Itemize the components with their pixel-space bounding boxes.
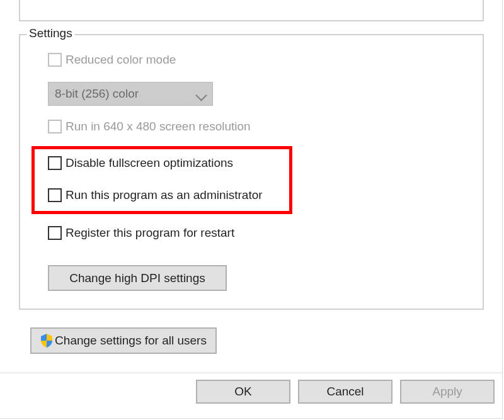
reduced-color-checkbox bbox=[48, 53, 62, 67]
disable-fullscreen-label: Disable fullscreen optimizations bbox=[66, 156, 233, 170]
compatibility-mode-group bbox=[19, 0, 484, 21]
low-res-row: Run in 640 x 480 screen resolution bbox=[48, 120, 251, 133]
dialog-button-bar: OK Cancel Apply bbox=[0, 372, 502, 410]
ok-label: OK bbox=[234, 385, 251, 399]
change-all-users-button[interactable]: Change settings for all users bbox=[30, 327, 217, 354]
ok-button[interactable]: OK bbox=[196, 380, 290, 404]
shield-icon bbox=[40, 334, 53, 348]
change-dpi-label: Change high DPI settings bbox=[69, 271, 205, 285]
cancel-button[interactable]: Cancel bbox=[298, 380, 392, 404]
run-as-admin-checkbox[interactable] bbox=[48, 188, 62, 202]
run-as-admin-label: Run this program as an administrator bbox=[66, 188, 263, 202]
disable-fullscreen-checkbox[interactable] bbox=[48, 156, 62, 170]
register-restart-checkbox[interactable] bbox=[48, 226, 62, 240]
change-dpi-button[interactable]: Change high DPI settings bbox=[48, 265, 227, 291]
properties-dialog: Settings Reduced color mode 8-bit (256) … bbox=[0, 0, 503, 419]
disable-fullscreen-row[interactable]: Disable fullscreen optimizations bbox=[48, 156, 233, 170]
apply-label: Apply bbox=[432, 385, 462, 399]
color-depth-dropdown: 8-bit (256) color bbox=[48, 82, 213, 106]
reduced-color-row: Reduced color mode bbox=[48, 53, 176, 67]
reduced-color-label: Reduced color mode bbox=[66, 53, 176, 67]
settings-legend: Settings bbox=[26, 26, 75, 40]
color-depth-value: 8-bit (256) color bbox=[55, 87, 139, 101]
register-restart-row[interactable]: Register this program for restart bbox=[48, 226, 234, 240]
change-all-users-label: Change settings for all users bbox=[55, 334, 207, 348]
register-restart-label: Register this program for restart bbox=[66, 226, 234, 240]
run-as-admin-row[interactable]: Run this program as an administrator bbox=[48, 188, 263, 202]
low-res-label: Run in 640 x 480 screen resolution bbox=[66, 120, 251, 133]
cancel-label: Cancel bbox=[326, 385, 364, 399]
low-res-checkbox bbox=[48, 120, 62, 133]
apply-button[interactable]: Apply bbox=[400, 380, 495, 404]
